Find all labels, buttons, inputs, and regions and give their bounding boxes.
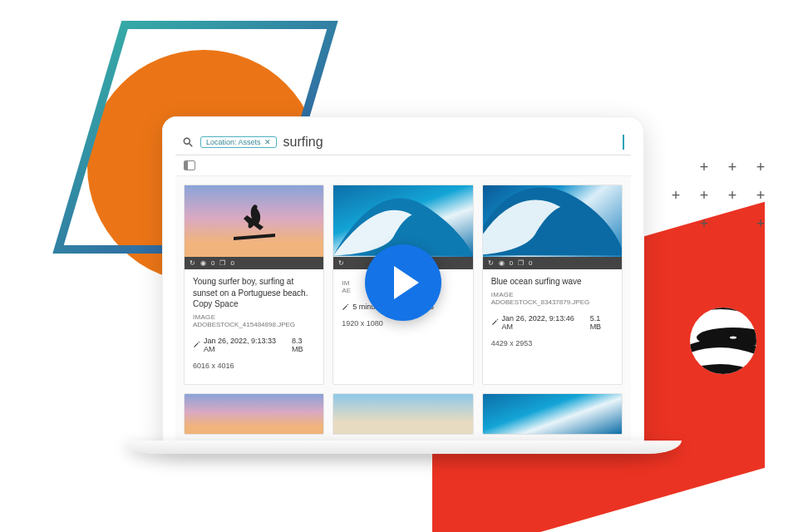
refresh-icon: ↻ — [190, 259, 195, 267]
toolbar — [175, 155, 631, 176]
asset-card[interactable]: ↻ ◉ 0 ❐ 0 Blue ocean surfing wave IMAGE … — [482, 185, 623, 385]
asset-title: Blue ocean surfing wave — [491, 276, 613, 288]
asset-type: IMAGE — [193, 313, 315, 321]
asset-thumbnail — [483, 394, 622, 434]
asset-card-body: Blue ocean surfing wave IMAGE ADOBESTOCK… — [483, 269, 622, 356]
asset-title: Young surfer boy, surfing at sunset on a… — [193, 276, 315, 310]
asset-thumbnail — [185, 185, 323, 257]
asset-meta-strip: ↻ ◉ 0 ❐ 0 — [185, 257, 323, 269]
layout-toggle-icon[interactable] — [184, 160, 195, 170]
asset-card-body: Young surfer boy, surfing at sunset on a… — [185, 269, 323, 378]
meta-count: 0 — [211, 259, 214, 267]
play-button[interactable] — [365, 244, 441, 321]
layers-icon: ❐ — [518, 259, 524, 267]
svg-point-6 — [184, 138, 190, 144]
asset-card[interactable]: ↻ ◉ 0 ❐ 0 Young surfer boy, surfing at s… — [184, 185, 324, 385]
asset-thumbnail — [185, 394, 323, 434]
pencil-icon — [342, 303, 349, 311]
pencil-icon — [491, 318, 499, 326]
search-icon — [182, 136, 194, 148]
eye-icon: ◉ — [499, 259, 505, 267]
asset-thumbnail — [483, 185, 622, 257]
search-input[interactable] — [283, 135, 621, 150]
asset-meta-strip: ↻ ◉ 0 ❐ 0 — [483, 257, 622, 269]
location-chip[interactable]: Location: Assets ✕ — [200, 136, 277, 148]
close-icon[interactable]: ✕ — [264, 138, 271, 146]
refresh-icon: ↻ — [488, 259, 494, 267]
wave-icon — [483, 185, 622, 255]
asset-dimensions: 4429 x 2953 — [491, 339, 613, 347]
layers-icon: ❐ — [219, 259, 225, 267]
bg-striped-sphere — [690, 308, 756, 374]
asset-card[interactable] — [332, 393, 473, 435]
asset-modified-row: Jan 26, 2022, 9:13:33 AM 8.3 MB — [193, 337, 315, 353]
bg-plus-grid: ++++ ++++ ++++ — [665, 158, 771, 236]
asset-type: IMAGE — [491, 291, 613, 298]
eye-icon: ◉ — [200, 259, 206, 267]
device-base — [125, 441, 682, 454]
svg-point-5 — [730, 337, 736, 339]
text-caret — [623, 135, 624, 150]
asset-modified: Jan 26, 2022, 9:13:33 AM — [204, 337, 288, 353]
asset-modified: Jan 26, 2022, 9:13:46 AM — [502, 314, 587, 331]
asset-size: 8.3 MB — [292, 337, 315, 353]
asset-modified-row: Jan 26, 2022, 9:13:46 AM 5.1 MB — [491, 314, 613, 331]
asset-filename: ADOBESTOCK_415484898.JPEG — [193, 321, 315, 328]
asset-card[interactable] — [184, 393, 324, 435]
surfer-icon — [225, 200, 283, 242]
refresh-icon: ↻ — [338, 259, 344, 267]
meta-count: 0 — [230, 259, 234, 267]
search-bar: Location: Assets ✕ — [175, 130, 631, 155]
asset-card[interactable] — [482, 393, 623, 435]
asset-thumbnail — [333, 394, 472, 434]
asset-size: 5.1 MB — [590, 314, 613, 331]
pencil-icon — [193, 341, 200, 348]
meta-count: 0 — [529, 259, 532, 267]
location-chip-label: Location: Assets — [206, 138, 261, 146]
asset-filename: ADOBESTOCK_83437879.JPEG — [491, 298, 613, 306]
svg-line-7 — [190, 144, 193, 147]
device-frame: Location: Assets ✕ ↻ ◉ 0 — [162, 116, 644, 449]
meta-count: 0 — [510, 259, 513, 267]
asset-dimensions: 6016 x 4016 — [193, 362, 315, 370]
